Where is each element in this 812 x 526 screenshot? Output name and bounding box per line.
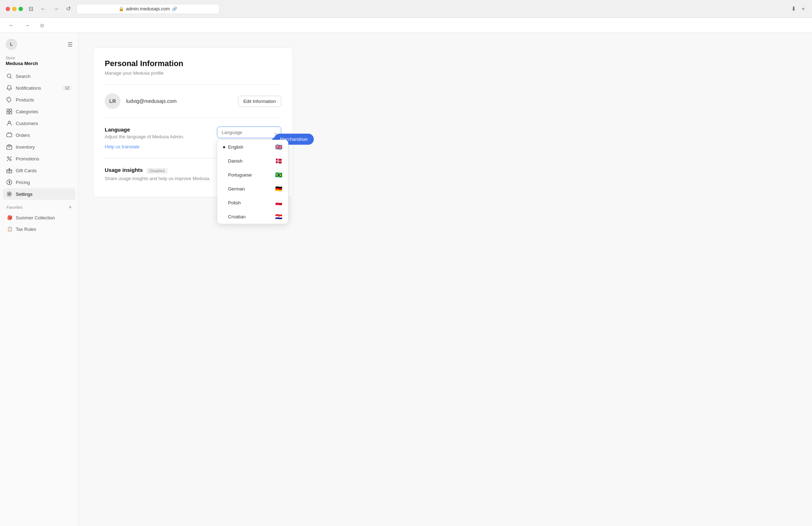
favorite-summer-collection[interactable]: 🎒 Summer Collection	[3, 212, 75, 223]
sidebar: L ☰ Store Medusa Merch Search	[0, 33, 79, 526]
flag-portuguese: 🇧🇷	[275, 172, 282, 178]
history-btn[interactable]: ⊙	[37, 21, 47, 30]
divider-2	[105, 118, 281, 118]
gear-icon	[6, 191, 12, 197]
url-text: admin.medusajs.com	[126, 6, 170, 11]
user-info-row: LR ludvig@medusajs.com Edit Information	[105, 93, 281, 109]
sidebar-item-promotions[interactable]: Promotions	[3, 153, 75, 164]
svg-rect-8	[7, 146, 12, 149]
hamburger-icon[interactable]: ☰	[68, 41, 73, 48]
close-traffic-light[interactable]	[6, 7, 10, 11]
language-input[interactable]	[217, 126, 281, 138]
svg-rect-7	[7, 133, 12, 137]
sidebar-item-label-gift-cards: Gift Cards	[16, 168, 37, 173]
flag-english: 🇬🇧	[275, 144, 282, 150]
empty-dot-polish	[223, 202, 225, 204]
sidebar-header: L ☰	[3, 39, 75, 56]
reload-btn[interactable]: ↺	[65, 4, 72, 14]
back-btn[interactable]: ←	[39, 4, 48, 14]
favorites-label: Favorites	[6, 205, 23, 209]
sidebar-item-pricing[interactable]: Pricing	[3, 177, 75, 188]
flag-danish: 🇩🇰	[275, 158, 282, 164]
browser-actions: ⬇ +	[790, 4, 806, 14]
lang-option-polish[interactable]: Polish 🇵🇱	[217, 196, 288, 210]
language-dropdown-panel: English 🇬🇧 Danish 🇩🇰	[217, 140, 288, 224]
content-card: Personal Information Manage your Medusa …	[93, 47, 293, 197]
sidebar-item-inventory[interactable]: Inventory	[3, 141, 75, 153]
store-label: Store	[6, 56, 73, 60]
lang-option-german-left: German	[223, 186, 245, 192]
bell-icon	[6, 85, 12, 91]
selected-dot	[223, 146, 225, 148]
lang-option-german[interactable]: German 🇩🇪	[217, 182, 288, 196]
sidebar-item-gift-cards[interactable]: Gift Cards	[3, 165, 75, 176]
svg-point-13	[9, 193, 10, 195]
help-translate-link[interactable]: Help us translate	[105, 144, 140, 149]
sidebar-item-label-inventory: Inventory	[16, 144, 35, 150]
language-left: Language Adjust the language of Medusa A…	[105, 126, 208, 149]
favorite-tax-rules[interactable]: 📋 Tax Rules	[3, 223, 75, 235]
sidebar-item-products[interactable]: Products	[3, 94, 75, 105]
sidebar-item-label-search: Search	[16, 74, 30, 79]
edit-information-button[interactable]: Edit Information	[238, 96, 281, 107]
lang-option-english[interactable]: English 🇬🇧	[217, 140, 288, 154]
sidebar-nav: Search Notifications 12	[3, 70, 75, 200]
sidebar-item-categories[interactable]: Categories	[3, 106, 75, 117]
lang-option-croatian-left: Croatian	[223, 214, 246, 219]
lock-icon: 🔒	[119, 6, 124, 11]
sidebar-item-notifications[interactable]: Notifications 12	[3, 82, 75, 94]
language-desc: Adjust the language of Medusa Admin.	[105, 134, 208, 139]
browser-chrome: ⊟ ← → ↺ 🔒 admin.medusajs.com 🔗 ⬇ +	[0, 0, 812, 18]
sidebar-item-search[interactable]: Search	[3, 70, 75, 82]
sidebar-item-settings[interactable]: Settings	[3, 188, 75, 200]
forward-btn[interactable]: →	[52, 4, 60, 14]
user-avatar[interactable]: L	[6, 39, 17, 50]
favorites-section: Favorites +	[3, 200, 75, 212]
page-forward-btn[interactable]: →	[21, 21, 33, 30]
box-icon	[6, 144, 12, 150]
lang-label-english: English	[228, 144, 243, 150]
empty-dot-german	[223, 188, 225, 190]
sidebar-item-label-products: Products	[16, 97, 34, 103]
lang-option-english-left: English	[223, 144, 243, 150]
minimize-traffic-light[interactable]	[12, 7, 16, 11]
usage-title: Usage insights	[105, 167, 143, 173]
flag-german: 🇩🇪	[275, 185, 282, 192]
language-title: Language	[105, 126, 208, 133]
lang-option-polish-left: Polish	[223, 200, 241, 205]
dollar-icon	[6, 179, 12, 185]
lang-label-croatian: Croatian	[228, 214, 246, 219]
language-select-wrapper: ⌄	[217, 126, 281, 138]
page-title: Personal Information	[105, 59, 281, 68]
address-bar[interactable]: 🔒 admin.medusajs.com 🔗	[76, 4, 219, 14]
person-icon	[6, 120, 12, 126]
svg-point-6	[8, 121, 10, 123]
gift-icon	[6, 168, 12, 173]
lang-option-danish[interactable]: Danish 🇩🇰	[217, 154, 288, 168]
sidebar-item-label-notifications: Notifications	[16, 85, 41, 91]
store-name: Medusa Merch	[6, 61, 73, 66]
sidebar-toggle-btn[interactable]: ⊟	[27, 4, 35, 14]
notifications-badge: 12	[63, 85, 72, 90]
add-favorite-btn[interactable]: +	[69, 204, 72, 210]
sidebar-item-label-orders: Orders	[16, 133, 30, 138]
lang-option-croatian[interactable]: Croatian 🇭🇷	[217, 210, 288, 224]
empty-dot-portuguese	[223, 174, 225, 176]
svg-point-9	[8, 157, 9, 158]
app-container: L ☰ Store Medusa Merch Search	[0, 33, 812, 526]
page-back-btn[interactable]: ←	[6, 21, 17, 30]
download-btn[interactable]: ⬇	[790, 4, 797, 14]
sidebar-item-customers[interactable]: Customers	[3, 118, 75, 129]
sidebar-item-label-categories: Categories	[16, 109, 38, 114]
svg-rect-3	[10, 109, 12, 111]
favorite-label-tax: Tax Rules	[16, 227, 36, 232]
lang-option-portuguese-left: Portuguese	[223, 172, 252, 178]
lang-label-danish: Danish	[228, 158, 242, 164]
svg-rect-4	[7, 112, 9, 114]
lang-option-portuguese[interactable]: Portuguese 🇧🇷	[217, 168, 288, 182]
search-icon	[6, 73, 12, 79]
language-section: Language Adjust the language of Medusa A…	[105, 126, 281, 149]
sidebar-item-orders[interactable]: Orders	[3, 129, 75, 141]
fullscreen-traffic-light[interactable]	[19, 7, 23, 11]
new-tab-btn[interactable]: +	[800, 4, 806, 14]
